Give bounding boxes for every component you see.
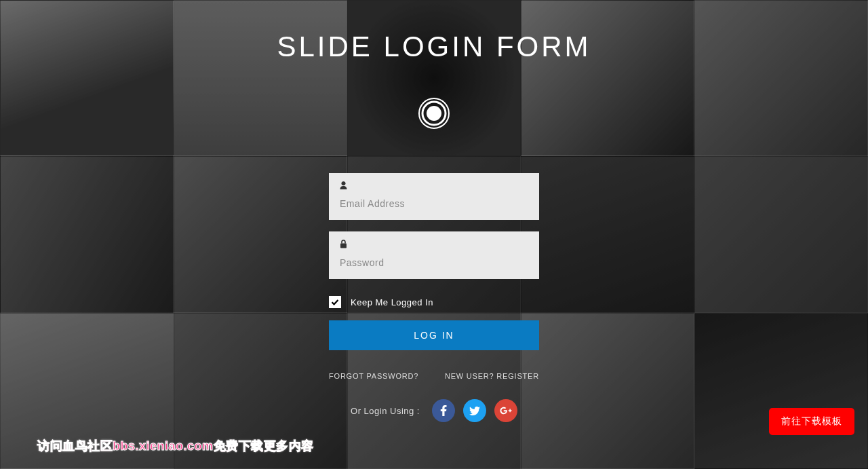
download-template-button[interactable]: 前往下载模板 — [769, 408, 854, 435]
secondary-links: FORGOT PASSWORD? NEW USER? REGISTER — [329, 372, 539, 380]
register-prefix: NEW USER? — [445, 372, 496, 380]
facebook-login-button[interactable] — [432, 399, 455, 422]
svg-point-3 — [342, 181, 346, 185]
email-field[interactable] — [340, 191, 528, 209]
user-icon — [340, 181, 528, 191]
lock-icon — [340, 240, 528, 250]
svg-point-2 — [427, 106, 441, 121]
check-icon — [330, 297, 340, 307]
svg-rect-4 — [340, 244, 347, 248]
social-login-row: Or Login Using : — [329, 399, 539, 422]
google-plus-icon — [500, 407, 512, 415]
facebook-icon — [440, 405, 447, 416]
keep-logged-row: Keep Me Logged In — [329, 296, 539, 308]
forgot-password-link[interactable]: FORGOT PASSWORD? — [329, 372, 418, 380]
page-title: SLIDE LOGIN FORM — [277, 31, 591, 63]
email-input-wrap[interactable] — [329, 173, 539, 220]
register-wrap: NEW USER? REGISTER — [445, 372, 539, 380]
keep-logged-checkbox[interactable] — [329, 296, 341, 308]
login-form: Keep Me Logged In LOG IN FORGOT PASSWORD… — [329, 173, 539, 422]
watermark-text: 访问血鸟社区bbs.xieniao.com免费下载更多内容 — [37, 438, 314, 454]
google-plus-login-button[interactable] — [494, 399, 517, 422]
password-field[interactable] — [340, 250, 528, 268]
password-input-wrap[interactable] — [329, 231, 539, 279]
keep-logged-label: Keep Me Logged In — [351, 297, 433, 307]
logo-icon — [418, 97, 450, 132]
twitter-login-button[interactable] — [463, 399, 486, 422]
twitter-icon — [469, 407, 480, 415]
social-login-label: Or Login Using : — [351, 406, 420, 416]
register-link[interactable]: REGISTER — [496, 372, 539, 380]
login-button[interactable]: LOG IN — [329, 320, 539, 350]
